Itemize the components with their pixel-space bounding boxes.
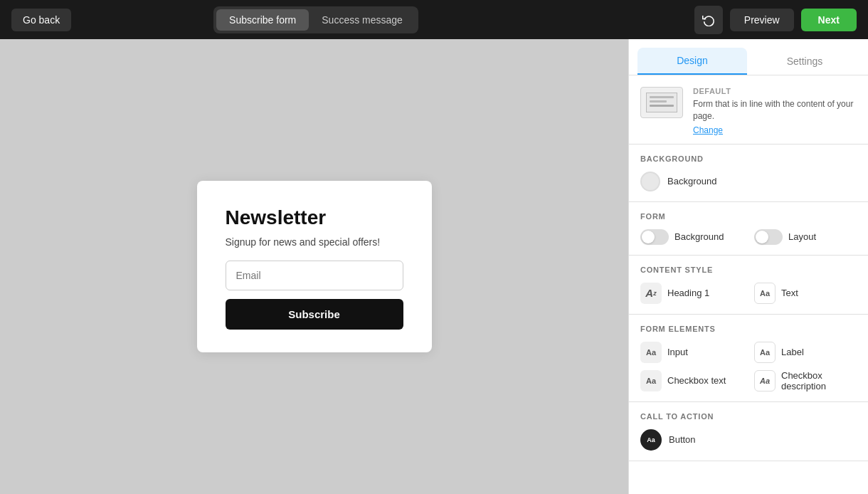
checkbox-text-col: Aa Checkbox text (640, 370, 743, 391)
input-label: Input (667, 347, 688, 357)
default-label: DEFAULT (693, 87, 857, 95)
label-col: Aa Label (754, 342, 857, 363)
thumb-line-1 (650, 96, 674, 98)
form-layout-toggle[interactable] (754, 229, 783, 245)
thumb-inner (646, 93, 677, 112)
topbar: Go back Subscribe form Success message P… (0, 0, 868, 39)
history-button[interactable] (694, 6, 723, 34)
input-icon[interactable]: Aa (640, 342, 662, 363)
right-panel: Design Settings DEFAULT Form that is in … (628, 39, 868, 494)
tab-group: Subscribe form Success message (213, 6, 418, 33)
preview-button[interactable]: Preview (730, 9, 794, 31)
go-back-button[interactable]: Go back (11, 9, 71, 31)
input-col: Aa Input (640, 342, 743, 363)
canvas: Newsletter Signup for news and special o… (0, 39, 628, 494)
content-style-row: Az Heading 1 Aa Text (640, 283, 857, 304)
form-layout-col: Layout (754, 229, 857, 245)
form-background-toggle[interactable] (640, 229, 669, 245)
background-row: Background (640, 172, 857, 191)
form-elements-title: FORM ELEMENTS (640, 325, 857, 333)
content-style-section: CONTENT STYLE Az Heading 1 Aa Text (629, 256, 868, 315)
text-style-icon[interactable]: Aa (754, 283, 776, 304)
main-layout: Newsletter Signup for news and special o… (0, 39, 868, 494)
form-title: Newsletter (226, 206, 403, 229)
form-section-title: FORM (640, 212, 857, 221)
panel-tab-group: Design Settings (629, 39, 868, 75)
form-elements-section: FORM ELEMENTS Aa Input Aa Label Aa Check… (629, 315, 868, 402)
default-thumbnail (640, 87, 683, 118)
checkbox-text-icon[interactable]: Aa (640, 370, 662, 391)
form-preview-card: Newsletter Signup for news and special o… (197, 181, 432, 352)
tab-success-message[interactable]: Success message (309, 9, 416, 31)
form-background-col: Background (640, 229, 743, 245)
label-icon[interactable]: Aa (754, 342, 776, 363)
form-subtitle: Signup for news and special offers! (226, 236, 403, 248)
checkbox-desc-icon[interactable]: Aa (754, 370, 776, 391)
next-button[interactable]: Next (801, 9, 857, 31)
default-text-block: DEFAULT Form that is in line with the co… (693, 87, 857, 135)
checkbox-desc-label: Checkbox description (781, 370, 857, 391)
cta-title: CALL TO ACTION (640, 412, 857, 421)
toggle-knob (642, 231, 655, 243)
form-layout-label: Layout (788, 231, 816, 242)
subscribe-button[interactable]: Subscribe (226, 299, 403, 330)
background-section: BACKGROUND Background (629, 144, 868, 202)
background-color-swatch[interactable] (640, 172, 660, 191)
panel-tab-settings[interactable]: Settings (750, 48, 859, 75)
form-row: Background Layout (640, 229, 857, 245)
cta-button-swatch[interactable]: Aa (640, 429, 662, 451)
panel-tab-design[interactable]: Design (637, 48, 747, 75)
heading-col: Az Heading 1 (640, 283, 743, 304)
form-background-label: Background (674, 231, 724, 242)
text-label: Text (781, 288, 798, 298)
email-input[interactable] (226, 261, 403, 290)
tab-subscribe-form[interactable]: Subscribe form (216, 9, 309, 31)
layout-toggle-knob (756, 231, 768, 243)
call-to-action-section: CALL TO ACTION Aa Button (629, 402, 868, 461)
heading-style-icon[interactable]: Az (640, 283, 662, 304)
label-label: Label (781, 347, 804, 357)
background-section-title: BACKGROUND (640, 154, 857, 163)
background-color-label: Background (667, 176, 716, 186)
form-elements-row-1: Aa Input Aa Label (640, 342, 857, 363)
heading-label: Heading 1 (667, 288, 709, 298)
content-style-title: CONTENT STYLE (640, 266, 857, 274)
topbar-right: Preview Next (694, 6, 857, 34)
default-section: DEFAULT Form that is in line with the co… (629, 75, 868, 144)
checkbox-text-label: Checkbox text (667, 375, 726, 386)
thumb-line-3 (650, 105, 674, 107)
cta-row: Aa Button (640, 429, 857, 451)
cta-button-label: Button (669, 434, 696, 445)
form-section: FORM Background Layout (629, 202, 868, 256)
change-link[interactable]: Change (693, 125, 857, 135)
default-description: Form that is in line with the content of… (693, 98, 857, 122)
text-col: Aa Text (754, 283, 857, 304)
thumb-line-2 (650, 100, 667, 103)
form-elements-row-2: Aa Checkbox text Aa Checkbox description (640, 370, 857, 391)
checkbox-desc-col: Aa Checkbox description (754, 370, 857, 391)
